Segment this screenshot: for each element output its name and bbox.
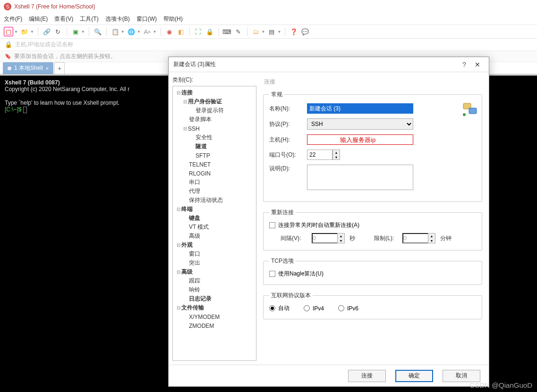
tree-item-zmodem[interactable]: ZMODEM [189, 323, 214, 329]
tree-item-ssh[interactable]: SSH [188, 125, 200, 132]
copy-icon[interactable]: 📋 [111, 27, 120, 36]
tree-item-sftp[interactable]: SFTP [196, 152, 210, 159]
tree-item-auth[interactable]: 用户身份验证 [188, 98, 222, 106]
connect-button[interactable]: 连接 [348, 370, 386, 382]
category-tree[interactable]: ⊟连接 ⊟用户身份验证 登录提示符 登录脚本 ⊟SSH 安全性 隧道 SFTP … [172, 86, 256, 361]
dropdown-icon[interactable]: ▼ [277, 30, 281, 34]
tab-close-icon[interactable]: × [46, 66, 49, 71]
link-icon[interactable]: 🔗 [42, 27, 51, 36]
collapse-icon[interactable]: ⊟ [176, 305, 181, 310]
tree-item-rlogin[interactable]: RLOGIN [189, 170, 211, 177]
spin-down-icon[interactable]: ▼ [333, 155, 340, 159]
tree-item-security[interactable]: 安全性 [196, 133, 213, 142]
tree-item-bell[interactable]: 响铃 [189, 286, 200, 294]
keyboard-icon[interactable]: ⌨ [222, 27, 232, 36]
tree-item-advanced2[interactable]: 高级 [181, 268, 193, 276]
star-icon[interactable]: ◧ [176, 27, 186, 36]
dropdown-icon[interactable]: ▼ [81, 30, 85, 34]
collapse-icon[interactable]: ⊟ [176, 269, 181, 275]
tree-item-window[interactable]: 窗口 [189, 250, 200, 258]
collapse-icon[interactable]: ⊟ [176, 242, 181, 248]
port-input[interactable] [307, 150, 332, 160]
tree-item-advanced[interactable]: 高级 [189, 232, 200, 240]
address-input[interactable]: 主机,IP地址或会话名称 [15, 41, 73, 49]
menu-edit[interactable]: 编辑(E) [29, 15, 48, 23]
collapse-icon[interactable]: ⊟ [176, 207, 181, 212]
help-icon[interactable]: ? [458, 61, 471, 68]
dropdown-icon[interactable]: ▼ [137, 30, 141, 34]
tree-item-filetransfer[interactable]: 文件传输 [181, 304, 204, 312]
spin-up-icon[interactable]: ▲ [333, 150, 340, 155]
limit-input[interactable] [402, 233, 428, 243]
dropdown-icon[interactable]: ▼ [121, 30, 125, 34]
layout-icon[interactable]: ▤ [267, 27, 276, 36]
ipver-auto-radio[interactable]: 自动 [269, 304, 290, 312]
spin-down-icon[interactable]: ▼ [338, 238, 344, 243]
highlight-icon[interactable]: ✎ [234, 27, 243, 36]
nagle-checkbox[interactable]: 使用Nagle算法(U) [269, 270, 476, 278]
new-session-icon[interactable]: ▢ [4, 27, 13, 36]
menu-view[interactable]: 查看(V) [54, 15, 73, 23]
name-input[interactable] [307, 103, 413, 114]
font-icon[interactable]: AA [143, 27, 152, 36]
ok-button[interactable]: 确定 [395, 370, 433, 382]
lock-outline-icon: 🔒 [5, 41, 12, 48]
lock-icon[interactable]: 🔒 [205, 27, 214, 36]
tree-item-serial[interactable]: 串口 [189, 178, 200, 186]
dropdown-icon[interactable]: ▼ [14, 30, 18, 34]
add-tab-button[interactable]: + [54, 62, 65, 74]
cancel-button[interactable]: 取消 [443, 370, 480, 382]
collapse-icon[interactable]: ⊟ [182, 126, 188, 131]
tree-item-keyboard[interactable]: 键盘 [189, 214, 200, 222]
tree-item-appearance[interactable]: 外观 [181, 241, 193, 249]
spin-down-icon[interactable]: ▼ [428, 238, 435, 243]
session-tab[interactable]: 1 本地Shell × [3, 62, 53, 74]
addressbar: 🔒 主机,IP地址或会话名称 [0, 39, 537, 51]
globe-icon[interactable]: 🌐 [127, 27, 136, 36]
tree-item-keepalive[interactable]: 保持活动状态 [189, 196, 223, 204]
tree-item-terminal[interactable]: 终端 [181, 205, 193, 213]
desc-textarea[interactable] [307, 165, 413, 190]
tree-item-vt[interactable]: VT 模式 [189, 223, 209, 231]
tree-item-connection[interactable]: 连接 [181, 89, 193, 97]
chat-icon[interactable]: 💬 [300, 27, 310, 36]
folder-tree-icon[interactable]: 🗂 [251, 27, 261, 36]
tree-item-logging[interactable]: 日志记录 [189, 295, 212, 303]
spin-up-icon[interactable]: ▲ [338, 234, 344, 238]
search-icon[interactable]: 🔍 [93, 27, 102, 36]
tree-item-login-prompt[interactable]: 登录提示符 [196, 107, 224, 115]
menu-tools[interactable]: 工具(T) [80, 15, 98, 23]
interval-unit: 秒 [349, 234, 355, 242]
info-icon[interactable]: ❓ [289, 27, 298, 36]
refresh-icon[interactable]: ↻ [53, 27, 63, 36]
spin-up-icon[interactable]: ▲ [428, 234, 435, 238]
menu-window[interactable]: 窗口(W) [136, 15, 157, 23]
dropdown-icon[interactable]: ▼ [153, 30, 157, 34]
collapse-icon[interactable]: ⊟ [176, 90, 181, 95]
tree-item-login-script[interactable]: 登录脚本 [189, 116, 212, 124]
menu-help[interactable]: 帮助(H) [163, 15, 183, 23]
ipver-ipv6-radio[interactable]: IPv6 [338, 305, 358, 312]
fullscreen-icon[interactable]: ⛶ [194, 27, 203, 36]
menu-file[interactable]: 文件(F) [4, 15, 22, 23]
collapse-icon[interactable]: ⊟ [182, 99, 188, 104]
close-icon[interactable]: ✕ [471, 61, 484, 68]
tree-item-xymodem[interactable]: X/YMODEM [189, 314, 220, 320]
menu-tabs[interactable]: 选项卡(B) [105, 15, 130, 23]
dropdown-icon[interactable]: ▼ [30, 30, 34, 34]
interval-input[interactable] [312, 233, 337, 243]
disconnect-icon[interactable]: ▣ [71, 27, 80, 36]
tree-item-tunnel[interactable]: 隧道 [196, 142, 207, 150]
dropdown-icon[interactable]: ▼ [262, 30, 265, 34]
host-input[interactable] [307, 134, 413, 145]
open-icon[interactable]: 📁 [20, 27, 29, 36]
tree-item-trace[interactable]: 跟踪 [189, 277, 200, 285]
bookmark-icon[interactable]: 🔖 [5, 53, 11, 59]
auto-reconnect-checkbox[interactable]: 连接异常关闭时自动重新连接(A) [269, 221, 476, 229]
tree-item-popup[interactable]: 突出 [189, 259, 200, 267]
protocol-select[interactable]: SSH [307, 118, 413, 130]
color-scheme-icon[interactable]: ◉ [165, 27, 174, 36]
tree-item-proxy[interactable]: 代理 [189, 187, 200, 195]
ipver-ipv4-radio[interactable]: IPv4 [304, 305, 324, 312]
tree-item-telnet[interactable]: TELNET [189, 161, 211, 168]
